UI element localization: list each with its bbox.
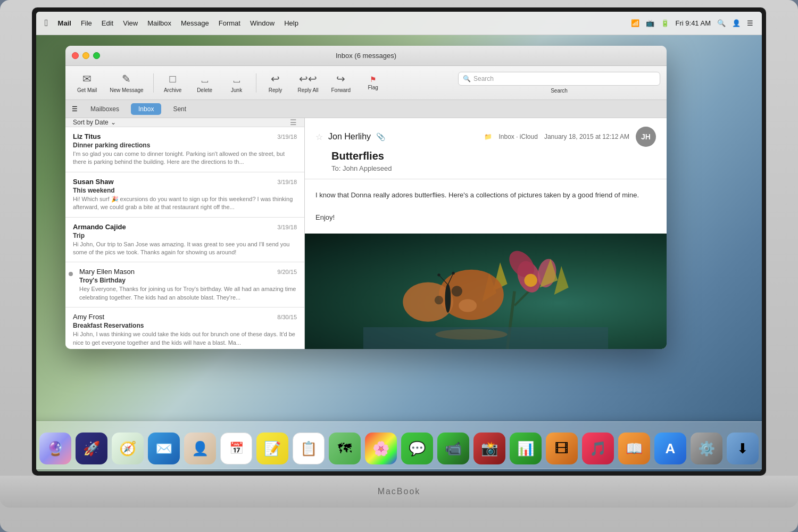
email-detail-subject: Butterflies	[315, 150, 656, 162]
dock-item-safari[interactable]: 🧭	[112, 433, 144, 464]
flag-button[interactable]: ⚑ Flag	[358, 72, 388, 94]
toolbar-divider-1	[153, 73, 154, 93]
downloads-icon: ⬇	[737, 440, 749, 457]
dock-item-appstore[interactable]: A	[654, 433, 686, 464]
email-item[interactable]: Armando Cajide 3/19/18 Trip Hi John, Our…	[65, 218, 304, 263]
email-detail-date: January 18, 2015 at 12:12 AM	[544, 133, 629, 140]
dock: 🔵 🔮 🚀 🧭 ✉️ 👤	[36, 421, 762, 469]
dock-item-keynote[interactable]: 🎞	[546, 433, 578, 464]
new-message-button[interactable]: ✎ New Message	[104, 69, 148, 96]
svg-point-14	[459, 300, 477, 312]
email-item-header: Mary Ellen Mason 9/20/15	[73, 268, 297, 276]
menubar-view[interactable]: View	[123, 19, 138, 27]
safari-icon: 🧭	[119, 440, 136, 457]
dock-item-launchpad[interactable]: 🚀	[76, 433, 107, 464]
maximize-button[interactable]	[93, 52, 100, 59]
books-icon: 📖	[626, 440, 643, 457]
email-location: Inbox · iCloud	[498, 133, 537, 140]
dock-item-reminders[interactable]: 📋	[293, 433, 325, 464]
get-mail-button[interactable]: ✉ Get Mail	[72, 69, 102, 96]
email-item-header: Liz Titus 3/19/18	[73, 132, 297, 140]
user-icon[interactable]: 👤	[732, 19, 741, 27]
email-sender: Liz Titus	[73, 132, 101, 140]
menubar-right: 📶 📺 🔋 Fri 9:41 AM 🔍 👤 ☰	[631, 19, 753, 27]
macbook-label: MacBook	[378, 487, 421, 496]
search-label: Search	[551, 88, 568, 94]
tab-inbox[interactable]: Inbox	[131, 103, 161, 115]
reply-all-button[interactable]: ↩↩ Reply All	[293, 69, 324, 96]
dock-item-photobooth[interactable]: 📸	[473, 433, 505, 464]
email-date: 9/20/15	[277, 269, 297, 275]
reply-label: Reply	[269, 87, 282, 93]
email-from: Jon Herlihy	[328, 132, 371, 142]
search-icon[interactable]: 🔍	[717, 19, 726, 27]
dock-item-facetime[interactable]: 📹	[437, 433, 469, 464]
menubar-format[interactable]: Format	[219, 19, 240, 27]
menubar-edit[interactable]: Edit	[102, 19, 113, 27]
dock-item-mail[interactable]: ✉️	[148, 433, 180, 464]
folder-icon: 📁	[484, 133, 492, 140]
menubar-mail[interactable]: Mail	[58, 19, 71, 27]
contacts-icon: 👤	[192, 440, 209, 457]
svg-point-18	[437, 274, 440, 277]
email-subject: Troy's Birthday	[73, 277, 297, 284]
dock-item-settings[interactable]: ⚙️	[691, 433, 722, 464]
dock-item-photos[interactable]: 🌸	[365, 433, 397, 464]
archive-button[interactable]: □ Archive	[158, 70, 188, 96]
tab-sent[interactable]: Sent	[165, 103, 194, 115]
tab-bar: ☰ Mailboxes Inbox Sent	[65, 100, 667, 118]
menubar-time: Fri 9:41 AM	[676, 19, 711, 27]
reply-button[interactable]: ↩ Reply	[261, 69, 290, 96]
close-button[interactable]	[72, 52, 79, 59]
email-sender: Mary Ellen Mason	[79, 268, 135, 276]
forward-button[interactable]: ↪ Forward	[326, 69, 356, 96]
email-item[interactable]: Amy Frost 8/30/15 Breakfast Reservations…	[65, 307, 304, 349]
screen-bezel:  Mail File Edit View Mailbox Message Fo…	[32, 7, 766, 476]
email-date: 3/19/18	[277, 224, 297, 230]
dock-item-siri[interactable]: 🔮	[39, 433, 71, 464]
junk-button[interactable]: ⎵ Junk	[222, 70, 252, 96]
menubar-help[interactable]: Help	[284, 19, 298, 27]
get-mail-icon: ✉	[82, 72, 92, 85]
dock-item-contacts[interactable]: 👤	[184, 433, 216, 464]
minimize-button[interactable]	[82, 52, 89, 59]
dock-item-calendar[interactable]: 📅	[220, 433, 252, 464]
dock-item-numbers[interactable]: 📊	[510, 433, 542, 464]
search-bar[interactable]: 🔍 Search	[458, 72, 660, 86]
star-button[interactable]: ☆	[315, 132, 323, 142]
dock-item-books[interactable]: 📖	[618, 433, 650, 464]
dock-item-music[interactable]: 🎵	[582, 433, 614, 464]
window-title: Inbox (6 messages)	[336, 52, 396, 60]
email-sender: Armando Cajide	[73, 223, 126, 231]
svg-point-12	[452, 286, 462, 297]
dock-item-maps[interactable]: 🗺	[329, 433, 361, 464]
email-subject: Trip	[73, 232, 297, 239]
email-preview: Hi John, Our trip to San Jose was amazin…	[73, 240, 297, 257]
list-icon[interactable]: ☰	[747, 19, 753, 27]
apple-menu[interactable]: 	[45, 18, 48, 29]
menubar-mailbox[interactable]: Mailbox	[147, 19, 171, 27]
sort-label: Sort by Date	[73, 119, 109, 126]
email-item[interactable]: Susan Shaw 3/19/18 This weekend Hi! Whic…	[65, 172, 304, 218]
dock-item-notes[interactable]: 📝	[256, 433, 288, 464]
email-body-line1: I know that Donna really adores butterfl…	[315, 190, 656, 201]
menubar-file[interactable]: File	[81, 19, 92, 27]
reply-all-icon: ↩↩	[299, 72, 317, 85]
tab-mailboxes[interactable]: Mailboxes	[83, 103, 127, 115]
menubar-message[interactable]: Message	[181, 19, 209, 27]
email-detail: ☆ Jon Herlihy 📎 📁 Inbox · iCloud January…	[305, 118, 667, 349]
launchpad-icon: 🚀	[83, 440, 100, 457]
delete-button[interactable]: ⎵ Delete	[190, 70, 220, 96]
menubar-window[interactable]: Window	[250, 19, 275, 27]
get-mail-label: Get Mail	[77, 87, 97, 93]
search-input[interactable]: Search	[473, 75, 655, 82]
dock-item-messages[interactable]: 💬	[401, 433, 433, 464]
email-item[interactable]: Liz Titus 3/19/18 Dinner parking directi…	[65, 127, 304, 172]
email-item[interactable]: Mary Ellen Mason 9/20/15 Troy's Birthday…	[65, 262, 304, 307]
reply-all-label: Reply All	[298, 87, 319, 93]
dock-item-downloads[interactable]: ⬇	[727, 433, 759, 464]
email-preview: Hey Everyone, Thanks for joining us for …	[73, 285, 297, 302]
sort-by-date-button[interactable]: Sort by Date ⌄	[73, 119, 116, 126]
filter-icon[interactable]: ☰	[290, 118, 297, 127]
svg-point-13	[435, 296, 443, 304]
